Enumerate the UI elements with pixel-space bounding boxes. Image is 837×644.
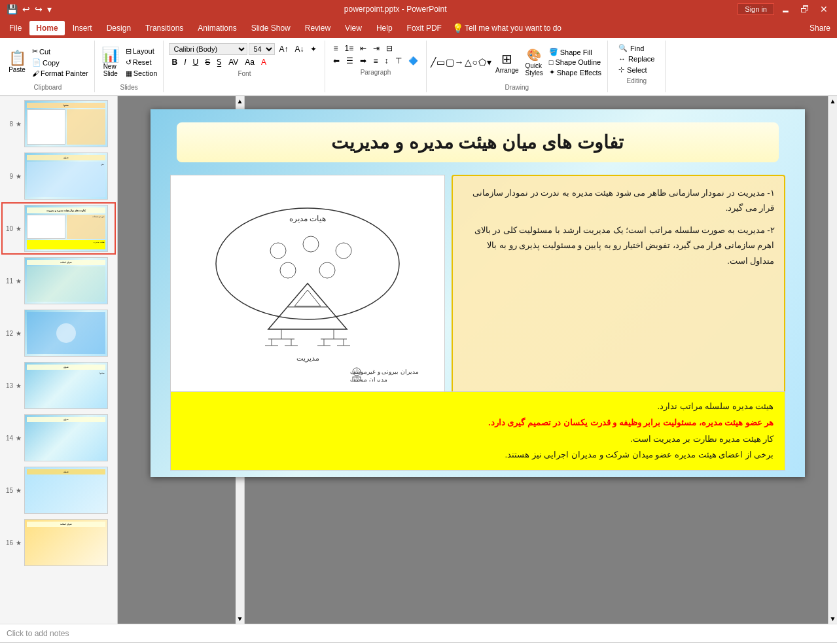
char-spacing-button[interactable]: AV [226,57,241,67]
align-right-button[interactable]: ➡ [357,56,369,66]
save-icon[interactable]: 💾 [5,3,19,16]
slide-item-12[interactable]: 12 ★ [3,308,115,358]
align-left-button[interactable]: ⬅ [330,56,342,66]
bold-button[interactable]: B [169,57,180,67]
increase-indent-button[interactable]: ⇥ [370,43,382,54]
arrange-button[interactable]: ⊞ Arrange [493,50,522,75]
minimize-button[interactable]: 🗕 [777,3,794,16]
close-button[interactable]: ✕ [816,3,832,16]
shape-effects-icon: ✦ [549,68,555,77]
slide-item-8[interactable]: 8 ★ محتوا [3,99,115,149]
text-direction-button[interactable]: ↕ [382,56,391,66]
svg-point-5 [280,262,296,278]
slide-item-11[interactable]: 11 ★ عنوان اسلاید [3,256,115,306]
section-button[interactable]: ▦ Section [124,69,160,79]
share-button[interactable]: Share [810,24,830,33]
notes-area[interactable]: Click to add notes [0,624,837,642]
svg-text:مدیریت: مدیریت [296,354,319,363]
pentagon-shape[interactable]: ⬠ [478,57,486,67]
italic-button[interactable]: I [181,57,188,67]
align-text-button[interactable]: ⊤ [393,56,404,66]
quick-styles-button[interactable]: 🎨 QuickStyles [523,46,546,78]
replace-button[interactable]: ↔ Replace [616,54,657,63]
line-shape[interactable]: ╱ [431,57,436,67]
right-scrollbar[interactable]: ▲ ▼ [828,96,837,624]
select-button[interactable]: ⊹ Select [616,65,657,75]
slide-item-10[interactable]: 10 ★ تفاوت های میان هیئت مدیره و مدیریت … [3,204,115,253]
menu-animations[interactable]: Animations [191,21,243,35]
triangle-shape[interactable]: △ [465,57,472,67]
smartart-button[interactable]: 🔷 [406,56,421,66]
organization-diagram: هیات مدیره [183,198,432,382]
restore-button[interactable]: 🗗 [796,3,813,16]
quick-styles-label: QuickStyles [525,62,543,77]
strikethrough-button[interactable]: S [202,57,213,67]
underline-button[interactable]: U [190,57,201,67]
shape-effects-button[interactable]: ✦ Shape Effects [547,67,603,77]
menu-review[interactable]: Review [298,21,337,35]
quick-styles-icon: 🎨 [527,48,541,62]
rect-shape[interactable]: ▭ [436,57,445,67]
section-label: Section [134,69,158,77]
find-button[interactable]: 🔍 Find [616,43,657,53]
justify-button[interactable]: ≡ [370,56,380,66]
menu-home[interactable]: Home [29,21,64,35]
customize-icon[interactable]: ▾ [46,3,53,16]
numbering-button[interactable]: 1≡ [342,43,357,54]
menu-foxit[interactable]: Foxit PDF [401,21,448,35]
slide-item-14[interactable]: 14 ★ عنوان [3,413,115,463]
font-name-select[interactable]: Calibri (Body) [169,43,247,55]
menu-design[interactable]: Design [100,21,137,35]
oval-shape[interactable]: ○ [472,57,478,67]
paste-button[interactable]: 📋 Paste [5,50,29,75]
slide-item-15[interactable]: 15 ★ عنوان [3,465,115,515]
signin-button[interactable]: Sign in [738,3,774,15]
slide-thumb-14: عنوان [24,414,108,461]
slide-title: تفاوت های میان هیئت مدیره و مدیریت [190,132,766,153]
columns-button[interactable]: ⊟ [383,43,395,54]
font-decrease-button[interactable]: A↓ [292,44,306,54]
more-shapes[interactable]: ▾ [487,57,491,67]
redo-icon[interactable]: ↪ [33,3,44,16]
align-center-button[interactable]: ☰ [344,56,356,66]
bottom-line-3: کار هیئت مدیره نظارت بر مدیریت است. [181,431,774,448]
menu-help[interactable]: Help [370,21,399,35]
font-color-button[interactable]: A [258,57,269,67]
arrow-shape[interactable]: → [455,57,464,67]
cut-button[interactable]: ✂ Cut [30,46,90,56]
paragraph-group-label: Paragraph [329,69,421,76]
layout-button[interactable]: ⊟ Layout [124,46,160,56]
notes-placeholder[interactable]: Click to add notes [7,629,69,638]
shape-fill-button[interactable]: 🪣 Shape Fill [547,47,603,57]
copy-button[interactable]: 📄 Copy [30,58,90,67]
clear-format-button[interactable]: ✦ [308,44,319,54]
bullets-button[interactable]: ≡ [330,43,340,54]
search-what-to-do[interactable]: Tell me what you want to do [465,24,561,33]
rounded-rect-shape[interactable]: ▢ [446,57,454,67]
scroll-up-button[interactable]: ▲ [236,96,245,106]
titlebar-controls: Sign in 🗕 🗗 ✕ [738,3,832,16]
canvas-scroll-up[interactable]: ▲ [828,96,837,106]
scroll-down-button[interactable]: ▼ [236,614,245,624]
new-slide-button[interactable]: 📊 NewSlide [99,46,122,79]
change-case-button[interactable]: Aa [242,57,257,67]
decrease-indent-button[interactable]: ⇤ [357,43,369,54]
menu-file[interactable]: File [3,21,28,35]
menu-slideshow[interactable]: Slide Show [245,21,297,35]
slide-item-13[interactable]: 13 ★ عنوان محتوا [3,361,115,410]
slide-item-16[interactable]: 16 ★ عنوان اسلاید [3,518,115,567]
font-size-select[interactable]: 54 [249,43,275,55]
section-icon: ▦ [126,69,132,78]
menu-transitions[interactable]: Transitions [139,21,190,35]
menu-insert[interactable]: Insert [66,21,99,35]
shape-outline-button[interactable]: □ Shape Outline [547,58,603,67]
slide-item-9[interactable]: 9 ★ عنوان متن [3,151,115,201]
reset-button[interactable]: ↺ Reset [124,58,160,67]
shadow-button[interactable]: S̲ [214,57,224,67]
ribbon-group-paragraph: ≡ 1≡ ⇤ ⇥ ⊟ ⬅ ☰ ➡ ≡ ↕ ⊤ 🔷 Paragraph [325,41,426,92]
undo-icon[interactable]: ↩ [21,3,31,16]
format-painter-button[interactable]: 🖌 Format Painter [30,69,90,78]
font-increase-button[interactable]: A↑ [276,44,291,54]
canvas-scroll-down[interactable]: ▼ [828,614,837,624]
menu-view[interactable]: View [338,21,368,35]
